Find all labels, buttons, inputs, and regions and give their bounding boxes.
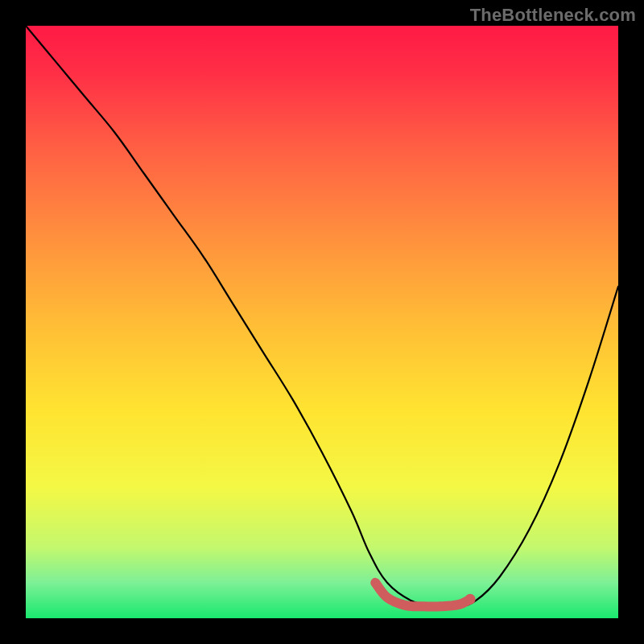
plot-area (26, 26, 618, 618)
optimal-range-end-dot (464, 594, 475, 605)
chart-stage: TheBottleneck.com (0, 0, 644, 644)
chart-svg (26, 26, 618, 618)
watermark-text: TheBottleneck.com (470, 5, 636, 26)
